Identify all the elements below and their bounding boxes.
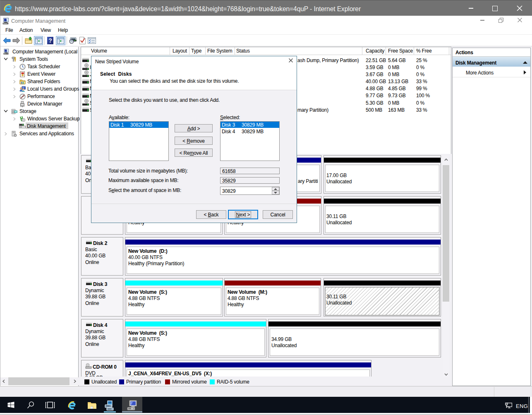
svg-text:?: ? (48, 37, 52, 44)
